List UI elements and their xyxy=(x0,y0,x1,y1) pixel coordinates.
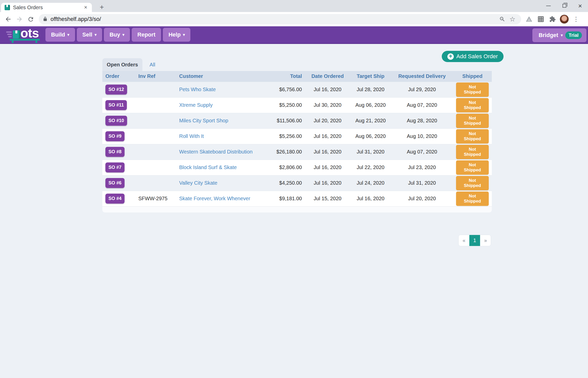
restore-icon xyxy=(562,4,566,8)
window-controls: × xyxy=(541,0,588,11)
col-total: Total xyxy=(259,71,305,82)
tab-close-icon[interactable]: × xyxy=(83,4,88,11)
back-icon xyxy=(5,16,12,23)
inv-ref-cell xyxy=(135,128,176,144)
customer-link[interactable]: Xtreme Supply xyxy=(179,102,213,108)
target-ship-cell: Jul 31, 2020 xyxy=(350,144,391,160)
requested-delivery-cell: Jul 31, 2020 xyxy=(391,175,453,191)
customer-link[interactable]: Valley City Skate xyxy=(179,180,217,186)
zoom-out-button[interactable] xyxy=(497,14,507,24)
reload-icon xyxy=(27,16,34,23)
inv-ref-cell xyxy=(135,175,176,191)
menu-buy-button[interactable]: Buy▾ xyxy=(104,28,130,42)
date-ordered-cell: Jul 16, 2020 xyxy=(305,82,350,97)
drive-icon xyxy=(526,16,532,22)
table-header-row: Order Inv Ref Customer Total Date Ordere… xyxy=(102,71,492,82)
forward-button[interactable] xyxy=(14,14,25,25)
order-badge[interactable]: SO #9 xyxy=(105,131,125,141)
date-ordered-cell: Jul 16, 2020 xyxy=(305,160,350,175)
logo-book-icon xyxy=(13,30,20,39)
total-cell: $5,256.00 xyxy=(259,128,305,144)
table-row: SO #11 Xtreme Supply $5,250.00 Jul 30, 2… xyxy=(102,97,492,113)
order-badge[interactable]: SO #11 xyxy=(105,100,127,110)
menu-help-button[interactable]: Help▾ xyxy=(163,28,190,42)
menu-build-button[interactable]: Build▾ xyxy=(45,28,75,42)
close-icon: × xyxy=(578,3,582,9)
table-row: SO #7 Block Island Surf & Skate $2,806.0… xyxy=(102,160,492,175)
restore-button[interactable] xyxy=(556,0,572,11)
col-inv-ref: Inv Ref xyxy=(135,71,176,82)
order-badge[interactable]: SO #10 xyxy=(105,116,127,126)
total-cell: $2,806.00 xyxy=(259,160,305,175)
inv-ref-cell xyxy=(135,97,176,113)
col-target-ship: Target Ship xyxy=(350,71,391,82)
user-name: Bridget xyxy=(538,32,558,39)
requested-delivery-cell: Aug 10, 2020 xyxy=(391,128,453,144)
zoom-out-icon xyxy=(499,16,505,22)
user-menu-button[interactable]: Bridget ▾ Trial xyxy=(532,28,586,42)
chevron-down-icon: ▾ xyxy=(67,32,69,37)
close-button[interactable]: × xyxy=(572,0,588,11)
pagination: « 1 » xyxy=(459,235,491,246)
tab-open-orders[interactable]: Open Orders xyxy=(102,58,142,71)
grid-extension-button[interactable] xyxy=(535,14,547,25)
order-badge[interactable]: SO #8 xyxy=(105,147,125,157)
drive-extension-button[interactable] xyxy=(523,14,535,25)
menu-report-button[interactable]: Report xyxy=(132,28,161,42)
profile-button[interactable] xyxy=(558,14,570,25)
customer-link[interactable]: Pets Who Skate xyxy=(179,87,216,92)
col-order: Order xyxy=(102,71,135,82)
table-row: SO #12 Pets Who Skate $6,756.00 Jul 16, … xyxy=(102,82,492,97)
customer-link[interactable]: Skate Forever, Work Whenever xyxy=(179,196,250,201)
chevron-down-icon: ▾ xyxy=(183,32,185,37)
extensions-puzzle-button[interactable] xyxy=(547,14,558,25)
trial-badge: Trial xyxy=(565,31,582,39)
address-bar[interactable]: offtheshelf.app/3/so/ ☆ xyxy=(39,14,521,24)
plus-circle-icon: + xyxy=(447,53,454,60)
shipped-status-badge: Not Shipped xyxy=(456,129,489,144)
browser-tab[interactable]: Sales Orders × xyxy=(1,3,92,12)
order-badge[interactable]: SO #12 xyxy=(105,85,127,94)
order-view-tabs: Open Orders All xyxy=(102,58,162,71)
pagination-page-1-button[interactable]: 1 xyxy=(469,235,480,246)
target-ship-cell: Jul 28, 2020 xyxy=(350,82,391,97)
target-ship-cell: Jul 24, 2020 xyxy=(350,175,391,191)
col-customer: Customer xyxy=(176,71,259,82)
tab-title: Sales Orders xyxy=(13,5,83,10)
forward-icon xyxy=(16,16,23,23)
shipped-status-badge: Not Shipped xyxy=(456,114,489,128)
order-badge[interactable]: SO #4 xyxy=(105,194,125,204)
order-badge[interactable]: SO #7 xyxy=(105,162,125,172)
table-footer xyxy=(102,206,492,212)
total-cell: $26,180.00 xyxy=(259,144,305,160)
tab-all[interactable]: All xyxy=(142,58,162,71)
shipped-status-badge: Not Shipped xyxy=(456,176,489,190)
add-sales-order-button[interactable]: + Add Sales Order xyxy=(442,51,504,62)
pagination-prev-button[interactable]: « xyxy=(459,235,469,246)
customer-link[interactable]: Miles City Sport Shop xyxy=(179,118,228,123)
total-cell: $4,250.00 xyxy=(259,175,305,191)
browser-menu-button[interactable]: ⋮ xyxy=(570,14,582,25)
requested-delivery-cell: Jul 29, 2020 xyxy=(391,82,453,97)
requested-delivery-cell: Aug 07, 2020 xyxy=(391,97,453,113)
menu-sell-button[interactable]: Sell▾ xyxy=(77,28,102,42)
customer-link[interactable]: Block Island Surf & Skate xyxy=(179,164,237,170)
target-ship-cell: Aug 21, 2020 xyxy=(350,113,391,128)
col-date-ordered: Date Ordered xyxy=(305,71,350,82)
customer-link[interactable]: Western Skateboard Distribution xyxy=(179,149,253,155)
url-text[interactable]: offtheshelf.app/3/so/ xyxy=(51,16,497,22)
minimize-button[interactable] xyxy=(541,0,556,11)
back-button[interactable] xyxy=(3,14,14,25)
customer-link[interactable]: Roll With It xyxy=(179,133,204,139)
order-badge[interactable]: SO #6 xyxy=(105,178,125,188)
reload-button[interactable] xyxy=(25,14,36,25)
bookmark-star-button[interactable]: ☆ xyxy=(507,14,518,24)
new-tab-button[interactable]: + xyxy=(97,4,106,11)
menu-dots-icon: ⋮ xyxy=(573,16,579,23)
app-logo[interactable]: ots xyxy=(6,27,39,43)
inv-ref-cell xyxy=(135,144,176,160)
logo-shelf-icon xyxy=(10,39,40,41)
requested-delivery-cell: Jul 23, 2020 xyxy=(391,160,453,175)
pagination-next-button[interactable]: » xyxy=(480,235,491,246)
date-ordered-cell: Jul 16, 2020 xyxy=(305,128,350,144)
